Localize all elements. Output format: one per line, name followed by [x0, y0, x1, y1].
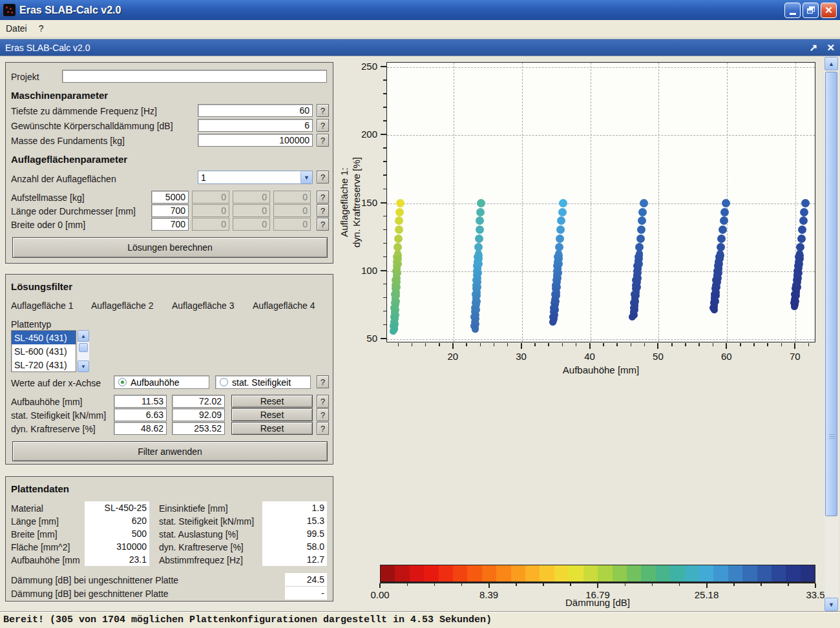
anzahl-label: Anzahl der Auflageflächen: [11, 174, 116, 184]
tab-auflageflaeche-1[interactable]: Auflagefläche 1: [11, 300, 74, 311]
scatter-point: [797, 235, 806, 243]
colorbar-tick: [379, 583, 381, 588]
filter-kraftreserve-min[interactable]: 48.62: [114, 422, 167, 435]
projekt-input[interactable]: [62, 70, 327, 83]
radio-selected-icon[interactable]: [118, 378, 127, 386]
laenge-input-1[interactable]: 700: [151, 204, 189, 217]
kraftreserve-pd-value: 58.0: [262, 540, 327, 553]
scroll-track[interactable]: [78, 342, 89, 361]
radio-unselected-icon[interactable]: [220, 378, 228, 386]
scrollbar-up-icon[interactable]: ▲: [824, 57, 838, 70]
mdi-restore-icon[interactable]: ↗: [810, 42, 818, 54]
list-item-sl600[interactable]: SL-600 (431): [12, 344, 76, 358]
tab-auflageflaeche-4[interactable]: Auflagefläche 4: [253, 300, 315, 311]
reset-aufbauhoehe-button[interactable]: Reset: [231, 395, 313, 408]
menu-item-help[interactable]: ?: [33, 21, 50, 36]
mdi-child-title: Eras SLAB-Calc v2.0: [5, 43, 90, 53]
window-titlebar[interactable]: Eras SLAB-Calc v2.0 ✕: [0, 0, 840, 20]
axis-tick: [631, 343, 632, 346]
scatter-point: [395, 216, 403, 225]
radio-aufbauhoehe-label: Aufbauhöhe: [131, 377, 180, 388]
filter-aufbauhoehe-min[interactable]: 11.53: [114, 395, 167, 408]
help-button-filter-2[interactable]: ?: [317, 408, 329, 421]
vertical-scrollbar[interactable]: ▲ ▼: [824, 57, 838, 611]
calculate-solutions-button[interactable]: Lösungen berechnen: [12, 237, 328, 258]
axis-tick: [657, 343, 658, 349]
colorbar-tick: [597, 583, 598, 588]
frequenz-input[interactable]: 60: [198, 104, 313, 117]
list-item-sl720[interactable]: SL-720 (431): [12, 358, 76, 372]
scrollbar-down-icon[interactable]: ▼: [824, 598, 838, 611]
filter-kraftreserve-max[interactable]: 253.52: [172, 422, 225, 435]
daemmung-input[interactable]: 6: [198, 119, 313, 132]
scatter-point: [557, 216, 565, 225]
close-button[interactable]: ✕: [821, 3, 837, 18]
minimize-button[interactable]: [784, 3, 801, 18]
scroll-down-icon[interactable]: ▼: [78, 361, 89, 372]
filter-steifigkeit-max[interactable]: 92.09: [172, 408, 225, 421]
close-icon: ✕: [824, 5, 833, 16]
axis-tick: [381, 202, 386, 204]
help-button-daemmung[interactable]: ?: [317, 119, 329, 132]
breite-input-2[interactable]: 0: [192, 218, 229, 231]
aufstellmasse-input-2[interactable]: 0: [192, 191, 229, 204]
radio-aufbauhoehe[interactable]: Aufbauhöhe: [114, 375, 209, 389]
mdi-close-icon[interactable]: ✕: [826, 42, 835, 54]
scroll-thumb[interactable]: [79, 343, 88, 352]
tab-auflageflaeche-3[interactable]: Auflagefläche 3: [172, 300, 235, 311]
mdi-child-titlebar[interactable]: Eras SLAB-Calc v2.0 ↗ ✕: [0, 39, 840, 56]
scatter-point: [798, 225, 806, 234]
filter-aufbauhoehe-max[interactable]: 72.02: [172, 395, 225, 408]
breite-input-4[interactable]: 0: [273, 218, 311, 231]
colorbar-tick: [706, 583, 708, 588]
apply-filter-button[interactable]: Filter anwenden: [12, 441, 328, 461]
masse-input[interactable]: 100000: [198, 134, 313, 147]
aufstellmasse-input-4[interactable]: 0: [273, 191, 311, 204]
x-axis-title: Aufbauhöhe [mm]: [386, 364, 815, 375]
loesungsfilter-heading: Lösungsfilter: [11, 281, 72, 292]
radio-steifigkeit[interactable]: stat. Steifigkeit: [215, 375, 311, 389]
help-button-aufstellmasse[interactable]: ?: [317, 191, 329, 204]
axis-tick: [383, 229, 386, 231]
filter-kraftreserve-label: dyn. Kraftreserve [%]: [11, 424, 96, 434]
help-button-anzahl[interactable]: ?: [317, 171, 329, 183]
colorbar-label: Dämmung [dB]: [380, 597, 815, 608]
axis-tick: [576, 343, 577, 346]
reset-kraftreserve-button[interactable]: Reset: [231, 422, 313, 435]
plattentyp-listbox[interactable]: SL-450 (431) SL-600 (431) SL-720 (431): [11, 330, 76, 372]
plattentyp-scrollbar[interactable]: ▲ ▼: [78, 330, 89, 372]
help-button-laenge[interactable]: ?: [317, 204, 329, 217]
chevron-down-icon[interactable]: ▼: [300, 171, 312, 183]
menu-bar: Datei ?: [0, 20, 840, 37]
help-button-xachse[interactable]: ?: [317, 375, 329, 388]
axis-tick: [381, 134, 386, 135]
tab-auflageflaeche-2[interactable]: Auflagefläche 2: [91, 300, 154, 311]
axis-tick: [494, 343, 495, 346]
help-button-filter-1[interactable]: ?: [317, 395, 329, 408]
gridline-h: [387, 67, 815, 68]
scatter-point: [394, 235, 403, 243]
menu-item-datei[interactable]: Datei: [0, 21, 33, 36]
laenge-input-4[interactable]: 0: [273, 204, 311, 217]
colorbar-segment: [511, 565, 525, 581]
colorbar-segment: [439, 565, 453, 581]
breite-input-1[interactable]: 700: [151, 218, 189, 231]
laenge-input-3[interactable]: 0: [233, 204, 270, 217]
aufstellmasse-input-1[interactable]: 5000: [151, 191, 189, 204]
scroll-up-icon[interactable]: ▲: [78, 330, 89, 342]
scrollbar-thumb[interactable]: [825, 72, 837, 516]
filter-steifigkeit-min[interactable]: 6.63: [114, 408, 167, 421]
help-button-masse[interactable]: ?: [317, 134, 329, 147]
breite-input-3[interactable]: 0: [233, 218, 270, 231]
aufstellmasse-input-3[interactable]: 0: [233, 191, 270, 204]
laenge-label: Länge oder Durchmesser [mm]: [11, 206, 136, 216]
list-item-sl450[interactable]: SL-450 (431): [12, 331, 76, 344]
help-button-filter-3[interactable]: ?: [317, 422, 329, 435]
restore-button[interactable]: [803, 3, 819, 18]
reset-steifigkeit-button[interactable]: Reset: [231, 408, 313, 421]
scatter-point: [711, 306, 718, 313]
anzahl-dropdown[interactable]: 1 ▼: [198, 171, 313, 184]
help-button-frequenz[interactable]: ?: [317, 104, 329, 117]
laenge-input-2[interactable]: 0: [192, 204, 229, 217]
help-button-breite[interactable]: ?: [317, 218, 329, 231]
